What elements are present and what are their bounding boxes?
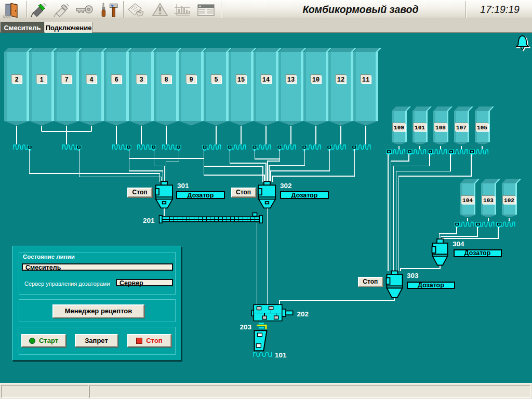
svg-text:102: 102: [504, 197, 514, 204]
svg-text:104: 104: [462, 197, 473, 204]
svg-text:101: 101: [275, 351, 287, 359]
svg-text:1: 1: [39, 76, 43, 84]
svg-text:107: 107: [456, 125, 467, 131]
svg-text:15: 15: [237, 76, 245, 84]
svg-text:302: 302: [280, 182, 292, 190]
svg-text:3: 3: [139, 76, 143, 84]
svg-text:202: 202: [297, 310, 309, 318]
svg-text:2: 2: [15, 76, 18, 84]
svg-text:109: 109: [394, 125, 404, 131]
svg-text:103: 103: [483, 197, 494, 204]
svg-text:108: 108: [435, 125, 446, 131]
svg-text:105: 105: [477, 125, 487, 131]
svg-text:7: 7: [64, 76, 68, 84]
svg-text:203: 203: [240, 323, 252, 331]
svg-text:9: 9: [189, 76, 193, 84]
svg-text:303: 303: [407, 272, 419, 280]
svg-text:10: 10: [312, 76, 320, 84]
svg-text:6: 6: [114, 76, 118, 84]
svg-text:201: 201: [143, 217, 155, 224]
svg-text:12: 12: [337, 76, 344, 84]
svg-text:8: 8: [164, 76, 168, 84]
svg-text:101: 101: [415, 125, 425, 131]
svg-text:301: 301: [177, 182, 189, 190]
svg-text:11: 11: [362, 76, 369, 84]
svg-text:5: 5: [214, 76, 218, 84]
svg-text:14: 14: [262, 76, 270, 84]
svg-text:4: 4: [89, 76, 93, 84]
svg-text:13: 13: [287, 76, 295, 84]
svg-text:304: 304: [453, 240, 464, 248]
